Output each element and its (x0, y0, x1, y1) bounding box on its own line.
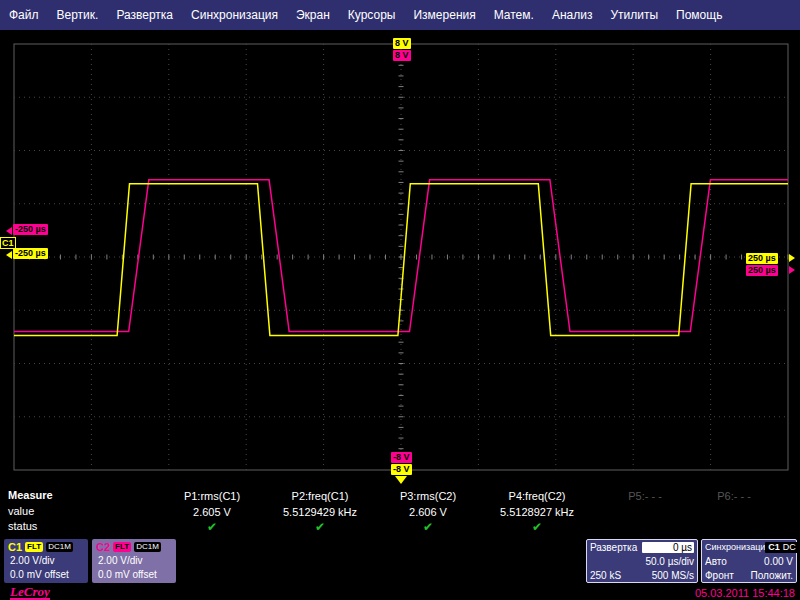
measure-slot-p6[interactable]: P6:- - - (680, 489, 788, 535)
trigger-mode: Авто (705, 556, 727, 567)
cursor-badge-top-c2[interactable]: 8 V (393, 50, 411, 61)
channel-box-c1[interactable]: C1FLTDC1M2.00 V/div0.0 mV offset (4, 539, 88, 583)
cursor-badge-right-c1[interactable]: 250 µs (746, 253, 778, 264)
cursor-arrow-right-c1-icon[interactable] (789, 254, 795, 262)
bandwidth-tag: FLT (25, 542, 43, 552)
timebase-samples: 250 kS (590, 570, 621, 581)
measure-row-title: Measure (8, 489, 53, 501)
status-bar: LeCroy 05.03.2011 15:44:18 (0, 586, 800, 600)
cursor-arrow-left-c1-icon[interactable] (6, 251, 12, 259)
cursor-badge-top-c1[interactable]: 8 V (393, 38, 411, 49)
measure-label: P3:rms(C2) (374, 489, 482, 504)
measure-slot-p3[interactable]: P3:rms(C2)2.606 V✔ (374, 489, 482, 535)
menu-item-5[interactable]: Экран (287, 8, 339, 22)
trigger-panel[interactable]: Синхронизаци C1DC Авто 0.00 V Фронт Поло… (701, 539, 797, 583)
menu-item-4[interactable]: Синхронизация (182, 8, 287, 22)
menu-item-10[interactable]: Утилиты (601, 8, 667, 22)
trigger-source-badge[interactable]: C1DC (765, 542, 799, 553)
menu-item-8[interactable]: Матем. (485, 8, 543, 22)
cursor-badge-bottom-c2[interactable]: -8 V (391, 452, 412, 463)
measure-status-check-icon: ✔ (483, 520, 591, 535)
measure-value (680, 504, 788, 520)
channel-box-c2[interactable]: C2FLTDC1M2.00 V/div0.0 mV offset (92, 539, 176, 583)
measure-slot-p1[interactable]: P1:rms(C1)2.605 V✔ (158, 489, 266, 535)
menu-item-2[interactable]: Вертик. (48, 8, 108, 22)
measure-status-check-icon (680, 520, 788, 535)
descriptor-panel: C1FLTDC1M2.00 V/div0.0 mV offsetC2FLTDC1… (0, 537, 800, 586)
timebase-sample-rate: 500 MS/s (652, 570, 694, 581)
cursor-badge-bottom-c1[interactable]: -8 V (391, 464, 412, 475)
timebase-scale: 50.0 µs/div (645, 556, 694, 567)
measure-label: P1:rms(C1) (158, 489, 266, 504)
cursor-badge-right-c2[interactable]: 250 µs (746, 265, 778, 276)
measure-label: P6:- - - (680, 489, 788, 504)
measure-value: 2.605 V (158, 504, 266, 520)
measure-label: P2:freq(C1) (266, 489, 374, 504)
menu-item-7[interactable]: Измерения (404, 8, 484, 22)
timebase-position-value[interactable]: 0 µs (642, 542, 694, 553)
trigger-level: 0.00 V (764, 556, 793, 567)
scope-grid-and-traces (0, 30, 800, 488)
measure-value: 5.5129429 kHz (266, 504, 374, 520)
waveform-display: 8 V 8 V -250 µs C1 -250 µs 250 µs 250 µs… (0, 30, 800, 488)
measure-slot-p4[interactable]: P4:freq(C2)5.5128927 kHz✔ (483, 489, 591, 535)
cursor-badge-left-c2[interactable]: -250 µs (13, 224, 48, 235)
menu-bar: ФайлВертик.РазверткаСинхронизацияЭкранКу… (0, 0, 800, 30)
measure-status-check-icon: ✔ (158, 520, 266, 535)
measure-label: P4:freq(C2) (483, 489, 591, 504)
trigger-slope: Положит. (751, 570, 793, 581)
menu-item-1[interactable]: Файл (0, 8, 48, 22)
cursor-badge-left-c1[interactable]: -250 µs (13, 248, 48, 259)
vdiv-readout: 2.00 V/div (98, 554, 176, 568)
measure-value: 5.5128927 kHz (483, 504, 591, 520)
trigger-source: C1 (768, 542, 780, 552)
measure-row-value: value (8, 505, 34, 517)
timebase-panel[interactable]: Развертка 0 µs 50.0 µs/div 250 kS 500 MS… (586, 539, 698, 583)
cursor-arrow-right-c2-icon[interactable] (789, 266, 795, 274)
offset-readout: 0.0 mV offset (98, 568, 176, 582)
trigger-type: Фронт (705, 570, 734, 581)
menu-item-11[interactable]: Помощь (667, 8, 731, 22)
trigger-time-marker-icon[interactable] (395, 476, 407, 484)
oscilloscope-app: ФайлВертик.РазверткаСинхронизацияЭкранКу… (0, 0, 800, 600)
channel-id: C2 (96, 541, 110, 553)
datetime-readout: 05.03.2011 15:44:18 (695, 587, 795, 599)
offset-readout: 0.0 mV offset (10, 568, 88, 582)
measure-panel: Measure value status P1:rms(C1)2.605 V✔P… (0, 488, 800, 537)
bandwidth-tag: FLT (113, 542, 131, 552)
measure-status-check-icon: ✔ (266, 520, 374, 535)
menu-item-6[interactable]: Курсоры (339, 8, 405, 22)
measure-slot-p2[interactable]: P2:freq(C1)5.5129429 kHz✔ (266, 489, 374, 535)
measure-row-status: status (8, 520, 37, 532)
menu-item-9[interactable]: Анализ (543, 8, 602, 22)
input-coupling-tag: DC1M (134, 542, 161, 552)
input-coupling-tag: DC1M (46, 542, 73, 552)
measure-value: 2.606 V (374, 504, 482, 520)
vdiv-readout: 2.00 V/div (10, 554, 88, 568)
timebase-title: Развертка (590, 542, 637, 553)
channel-id: C1 (8, 541, 22, 553)
cursor-arrow-left-c2-icon[interactable] (6, 227, 12, 235)
lecroy-logo: LeCroy (10, 586, 50, 600)
trigger-coupling: DC (783, 542, 796, 552)
trigger-title: Синхронизаци (705, 542, 765, 552)
measure-status-check-icon: ✔ (374, 520, 482, 535)
menu-item-3[interactable]: Развертка (107, 8, 182, 22)
